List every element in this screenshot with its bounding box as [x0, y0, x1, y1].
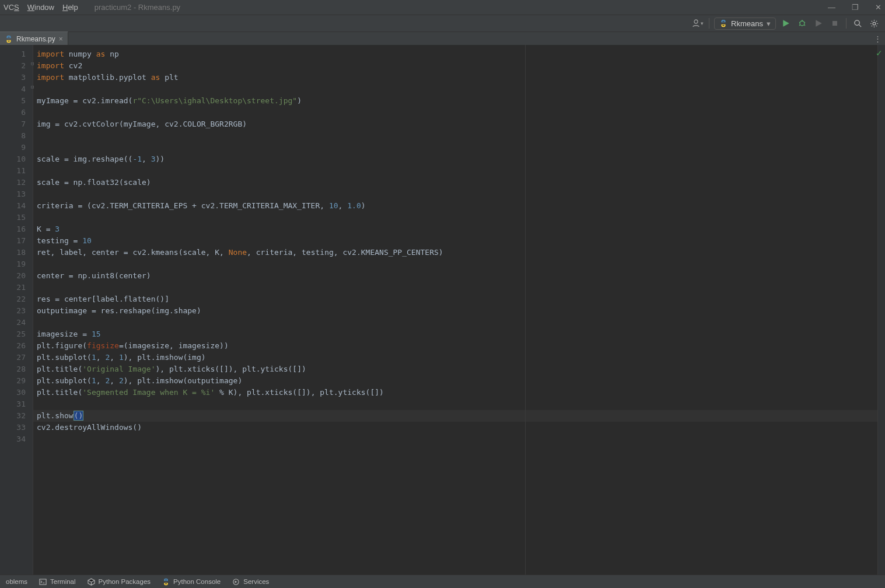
svg-line-9 — [859, 24, 861, 27]
svg-point-0 — [694, 20, 698, 23]
main-toolbar: ▾ Rkmeans ▾ — [0, 15, 885, 32]
svg-point-1 — [800, 21, 804, 26]
problems-tool-tab[interactable]: oblems — [6, 578, 27, 585]
editor-right-margin-guide — [525, 45, 526, 575]
run-coverage-button[interactable] — [812, 17, 825, 30]
svg-line-3 — [799, 22, 800, 23]
window-minimize-button[interactable]: — — [828, 3, 835, 12]
file-tab-rkmeans[interactable]: Rkmeans.py × — [0, 32, 68, 46]
project-title: practicum2 - Rkmeans.py — [95, 3, 180, 12]
svg-rect-7 — [832, 21, 837, 26]
line-number-gutter[interactable]: 1234567891011121314151617181920212223242… — [0, 45, 33, 575]
services-icon — [232, 578, 240, 586]
editor-error-stripe[interactable]: ✓ — [877, 45, 885, 575]
file-tab-label: Rkmeans.py — [16, 35, 55, 43]
main-menu-bar: VCS Window Help practicum2 - Rkmeans.py … — [0, 0, 885, 15]
run-config-label: Rkmeans — [731, 19, 763, 28]
editor-area: 1234567891011121314151617181920212223242… — [0, 45, 885, 575]
search-everywhere-button[interactable] — [851, 17, 864, 30]
python-packages-tool-tab[interactable]: Python Packages — [88, 578, 151, 586]
menu-help[interactable]: Help — [62, 3, 78, 12]
svg-point-10 — [873, 22, 876, 25]
python-icon — [719, 19, 727, 27]
svg-point-8 — [854, 20, 859, 24]
toolbar-separator — [709, 18, 709, 29]
tab-more-options-icon[interactable]: ⋮ — [874, 34, 881, 43]
packages-icon — [88, 578, 95, 586]
python-icon — [162, 578, 170, 586]
services-tool-tab[interactable]: Services — [232, 578, 269, 586]
run-button[interactable] — [779, 17, 792, 30]
window-maximize-button[interactable]: ❐ — [852, 3, 859, 12]
close-tab-icon[interactable]: × — [59, 35, 63, 43]
terminal-tool-tab[interactable]: Terminal — [39, 578, 75, 586]
toolbar-separator — [846, 18, 846, 29]
stop-button[interactable] — [828, 17, 841, 30]
svg-line-5 — [799, 24, 800, 26]
inspection-ok-icon: ✓ — [876, 48, 883, 58]
tool-window-bar: oblems Terminal Python Packages Python C… — [0, 575, 885, 588]
python-file-icon — [5, 35, 13, 43]
run-config-selector[interactable]: Rkmeans ▾ — [714, 18, 776, 30]
python-console-tool-tab[interactable]: Python Console — [162, 578, 221, 586]
menu-vcs[interactable]: VCS — [4, 3, 19, 12]
chevron-down-icon: ▾ — [767, 19, 771, 28]
svg-line-6 — [804, 24, 805, 26]
svg-line-4 — [804, 22, 805, 23]
settings-button[interactable] — [867, 17, 880, 30]
svg-rect-11 — [40, 579, 46, 584]
menu-window[interactable]: Window — [27, 3, 54, 12]
terminal-icon — [39, 578, 47, 586]
add-user-icon[interactable]: ▾ — [691, 17, 704, 30]
code-editor[interactable]: import numpy as npimport cv2import matpl… — [33, 45, 877, 575]
window-close-button[interactable]: ✕ — [875, 3, 881, 12]
debug-button[interactable] — [796, 17, 809, 30]
